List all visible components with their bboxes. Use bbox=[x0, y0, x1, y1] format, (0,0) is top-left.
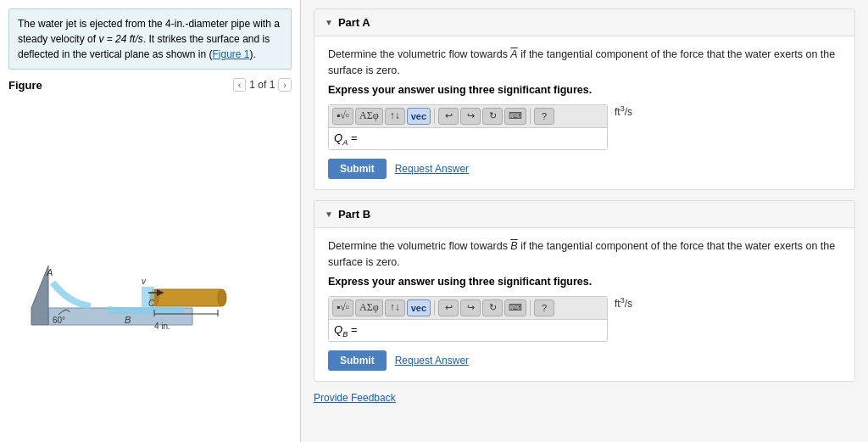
part-a-input-row: QA = bbox=[329, 128, 607, 150]
figure-title: Figure bbox=[8, 79, 42, 92]
left-panel: The water jet is ejected from the 4-in.-… bbox=[0, 0, 301, 442]
toolbar-redo-btn-a[interactable]: ↪ bbox=[460, 108, 481, 125]
toolbar-sqrt-btn-a[interactable]: ▪√▫ bbox=[332, 108, 353, 125]
part-a-body: Determine the volumetric flow towards A … bbox=[314, 36, 854, 189]
toolbar-keyboard-btn-b[interactable]: ⌨ bbox=[504, 299, 526, 316]
toolbar-arrow-btn-b[interactable]: ↑↓ bbox=[385, 299, 405, 316]
toolbar-vec-btn-a[interactable]: vec bbox=[407, 108, 431, 125]
toolbar-help-btn-b[interactable]: ? bbox=[534, 299, 554, 316]
toolbar-sqrt-btn-b[interactable]: ▪√▫ bbox=[332, 299, 353, 316]
figure-image-container: 60° B A v bbox=[8, 97, 292, 434]
svg-text:B: B bbox=[125, 315, 131, 325]
part-a-input-container: ▪√▫ ΑΣφ ↑↓ vec ↩ ↪ ↻ ⌨ ? bbox=[328, 104, 608, 151]
figure-section: Figure ‹ 1 of 1 › 60° B A bbox=[8, 78, 292, 434]
svg-rect-5 bbox=[154, 289, 222, 306]
part-b-body: Determine the volumetric flow towards B … bbox=[314, 228, 854, 381]
part-a-arrow: ▼ bbox=[325, 18, 333, 27]
part-a-input[interactable] bbox=[362, 132, 602, 145]
part-b-toolbar: ▪√▫ ΑΣφ ↑↓ vec ↩ ↪ ↻ ⌨ ? bbox=[329, 297, 607, 320]
part-b-unit: ft3/s bbox=[615, 296, 632, 310]
problem-description: The water jet is ejected from the 4-in.-… bbox=[8, 8, 292, 70]
figure-prev-button[interactable]: ‹ bbox=[233, 78, 247, 92]
svg-point-7 bbox=[218, 289, 226, 306]
part-b-input[interactable] bbox=[362, 324, 602, 337]
part-b-arrow: ▼ bbox=[325, 210, 333, 219]
toolbar-refresh-btn-a[interactable]: ↻ bbox=[482, 108, 503, 125]
toolbar-sigma-btn-b[interactable]: ΑΣφ bbox=[355, 299, 383, 316]
svg-text:4 in.: 4 in. bbox=[154, 322, 170, 331]
part-b-submit[interactable]: Submit bbox=[328, 350, 387, 371]
part-b-question: Determine the volumetric flow towards B … bbox=[328, 238, 841, 271]
problem-text3: ). bbox=[250, 48, 256, 60]
figure-header: Figure ‹ 1 of 1 › bbox=[8, 78, 292, 92]
svg-text:C: C bbox=[148, 299, 155, 308]
part-b-section: ▼ Part B Determine the volumetric flow t… bbox=[314, 200, 855, 382]
right-panel: ▼ Part A Determine the volumetric flow t… bbox=[301, 0, 868, 442]
part-a-section: ▼ Part A Determine the volumetric flow t… bbox=[314, 8, 855, 190]
svg-text:60°: 60° bbox=[53, 316, 65, 325]
figure-nav: ‹ 1 of 1 › bbox=[233, 78, 292, 92]
toolbar-sigma-btn-a[interactable]: ΑΣφ bbox=[355, 108, 383, 125]
part-a-unit: ft3/s bbox=[615, 104, 632, 118]
toolbar-arrow-btn-a[interactable]: ↑↓ bbox=[385, 108, 405, 125]
part-a-answer-box: ▪√▫ ΑΣφ ↑↓ vec ↩ ↪ ↻ ⌨ ? bbox=[328, 104, 841, 151]
part-a-actions: Submit Request Answer bbox=[328, 159, 841, 179]
provide-feedback-button[interactable]: Provide Feedback bbox=[314, 392, 396, 404]
figure-svg: 60° B A v bbox=[23, 181, 277, 350]
svg-text:v: v bbox=[142, 277, 147, 286]
part-b-toolbar-input: ▪√▫ ΑΣφ ↑↓ vec ↩ ↪ ↻ ⌨ ? bbox=[328, 296, 608, 343]
figure-link[interactable]: Figure 1 bbox=[212, 48, 249, 60]
figure-next-button[interactable]: › bbox=[278, 78, 292, 92]
part-a-toolbar: ▪√▫ ΑΣφ ↑↓ vec ↩ ↪ ↻ ⌨ ? bbox=[329, 105, 607, 128]
part-a-question: Determine the volumetric flow towards A … bbox=[328, 47, 841, 79]
part-b-input-row: QB = bbox=[329, 320, 607, 342]
part-a-toolbar-input: ▪√▫ ΑΣφ ↑↓ vec ↩ ↪ ↻ ⌨ ? bbox=[328, 104, 608, 151]
svg-text:A: A bbox=[46, 267, 53, 277]
sep1-b bbox=[434, 300, 435, 316]
toolbar-undo-btn-a[interactable]: ↩ bbox=[438, 108, 459, 125]
part-a-eq-label: QA = bbox=[334, 131, 357, 147]
part-b-answer-box: ▪√▫ ΑΣφ ↑↓ vec ↩ ↪ ↻ ⌨ ? bbox=[328, 296, 841, 343]
part-b-label: Part B bbox=[338, 208, 370, 221]
sep2-b bbox=[530, 300, 531, 316]
toolbar-vec-btn-b[interactable]: vec bbox=[407, 299, 431, 316]
toolbar-undo-btn-b[interactable]: ↩ bbox=[438, 299, 459, 316]
part-b-instruction: Express your answer using three signific… bbox=[328, 276, 841, 288]
svg-marker-1 bbox=[31, 266, 48, 325]
sep1-a bbox=[434, 109, 435, 124]
part-b-header[interactable]: ▼ Part B bbox=[314, 201, 854, 228]
part-b-eq-label: QB = bbox=[334, 323, 357, 338]
toolbar-help-btn-a[interactable]: ? bbox=[534, 108, 554, 125]
part-a-instruction: Express your answer using three signific… bbox=[328, 84, 841, 96]
toolbar-refresh-btn-b[interactable]: ↻ bbox=[482, 299, 503, 316]
part-a-submit[interactable]: Submit bbox=[328, 159, 387, 179]
toolbar-keyboard-btn-a[interactable]: ⌨ bbox=[504, 108, 526, 125]
part-a-label: Part A bbox=[338, 16, 370, 29]
part-a-header[interactable]: ▼ Part A bbox=[314, 9, 854, 36]
figure-page: 1 of 1 bbox=[249, 79, 275, 91]
part-b-actions: Submit Request Answer bbox=[328, 350, 841, 371]
toolbar-redo-btn-b[interactable]: ↪ bbox=[460, 299, 481, 316]
part-b-input-container: ▪√▫ ΑΣφ ↑↓ vec ↩ ↪ ↻ ⌨ ? bbox=[328, 296, 608, 343]
velocity-formula: v = 24 ft/s bbox=[98, 33, 142, 45]
part-b-request-answer[interactable]: Request Answer bbox=[395, 355, 469, 366]
sep2-a bbox=[530, 109, 531, 124]
part-a-request-answer[interactable]: Request Answer bbox=[395, 163, 469, 175]
